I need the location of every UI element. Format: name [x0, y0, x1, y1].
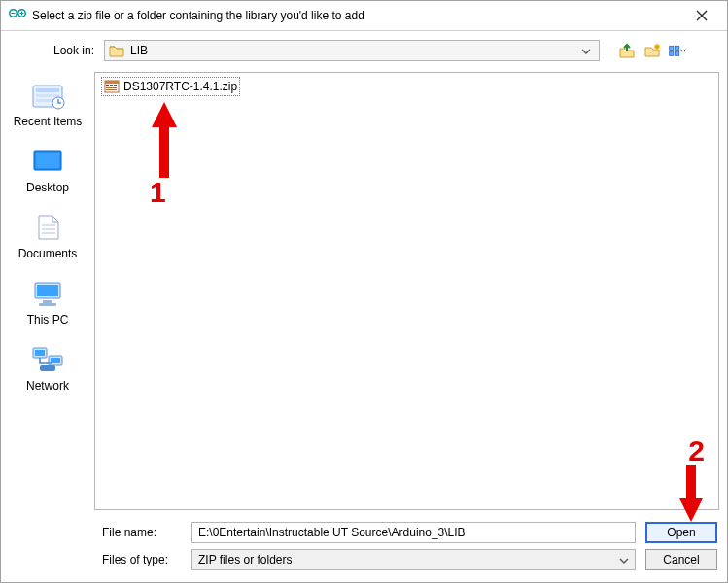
svg-rect-35	[114, 85, 117, 86]
filename-input[interactable]	[191, 522, 636, 543]
window-title: Select a zip file or a folder containing…	[32, 9, 682, 22]
place-documents[interactable]: Documents	[9, 212, 87, 260]
svg-rect-28	[35, 350, 45, 356]
place-recent[interactable]: Recent Items	[9, 80, 87, 128]
cancel-button[interactable]: Cancel	[645, 549, 717, 570]
annotation-arrow-1	[150, 102, 179, 178]
svg-rect-30	[40, 365, 55, 371]
zip-file-icon	[104, 79, 120, 94]
annotation-number-2: 2	[688, 434, 705, 467]
dialog-bottom: File name: Open Files of type: ZIP files…	[1, 510, 727, 582]
look-in-value: LIB	[130, 44, 577, 57]
svg-rect-8	[670, 46, 674, 50]
thispc-icon	[29, 278, 66, 309]
filetype-label: Files of type:	[98, 553, 182, 566]
place-network-label: Network	[9, 379, 87, 393]
look-in-combo[interactable]: LIB	[104, 40, 600, 61]
up-folder-icon[interactable]	[617, 41, 637, 60]
file-open-dialog: Select a zip file or a folder containing…	[0, 0, 728, 583]
svg-rect-13	[36, 88, 59, 92]
look-in-label: Look in:	[11, 44, 96, 57]
place-network[interactable]: Network	[9, 344, 87, 393]
documents-icon	[29, 212, 66, 243]
place-thispc-label: This PC	[9, 313, 87, 326]
chevron-down-icon	[619, 553, 629, 566]
close-icon	[696, 10, 708, 21]
svg-rect-32	[105, 81, 119, 84]
file-item[interactable]: DS1307RTC-1.4.1.zip	[101, 77, 240, 96]
svg-rect-14	[36, 94, 59, 97]
svg-rect-11	[676, 51, 679, 55]
close-button[interactable]	[682, 2, 721, 29]
arduino-icon	[9, 7, 26, 24]
chevron-down-icon	[577, 44, 595, 57]
dialog-body: Recent Items Desktop	[1, 70, 727, 510]
annotation-number-1: 1	[150, 176, 166, 209]
annotation-arrow-2	[677, 465, 705, 522]
titlebar: Select a zip file or a folder containing…	[1, 1, 727, 31]
svg-rect-9	[676, 46, 679, 50]
filetype-combo[interactable]: ZIP files or folders	[191, 549, 636, 570]
place-desktop[interactable]: Desktop	[9, 146, 87, 194]
places-bar: Recent Items Desktop	[1, 70, 94, 510]
recent-icon	[29, 80, 66, 111]
svg-rect-25	[39, 303, 56, 306]
view-menu-icon[interactable]	[668, 41, 687, 60]
new-folder-icon[interactable]	[642, 41, 662, 60]
svg-rect-24	[43, 300, 52, 303]
filetype-value: ZIP files or folders	[198, 553, 292, 566]
svg-rect-34	[110, 85, 113, 86]
place-desktop-label: Desktop	[9, 181, 87, 194]
file-item-name: DS1307RTC-1.4.1.zip	[123, 80, 237, 93]
svg-rect-36	[106, 87, 117, 88]
svg-rect-18	[36, 153, 59, 168]
look-in-row: Look in: LIB	[1, 31, 727, 70]
folder-icon	[109, 44, 124, 57]
place-recent-label: Recent Items	[9, 115, 87, 128]
desktop-icon	[29, 146, 66, 177]
place-thispc[interactable]: This PC	[9, 278, 87, 326]
filename-row: File name: Open	[11, 522, 717, 543]
filename-label: File name:	[98, 526, 182, 539]
svg-rect-10	[670, 51, 674, 55]
filetype-row: Files of type: ZIP files or folders Canc…	[11, 549, 717, 570]
place-documents-label: Documents	[9, 247, 87, 260]
svg-rect-23	[37, 285, 58, 296]
file-list-pane[interactable]: DS1307RTC-1.4.1.zip 1 2	[94, 72, 719, 510]
svg-rect-33	[106, 85, 109, 86]
network-icon	[29, 344, 66, 375]
toolbar-icons	[617, 41, 687, 60]
svg-rect-37	[106, 89, 117, 90]
open-button[interactable]: Open	[645, 522, 717, 543]
